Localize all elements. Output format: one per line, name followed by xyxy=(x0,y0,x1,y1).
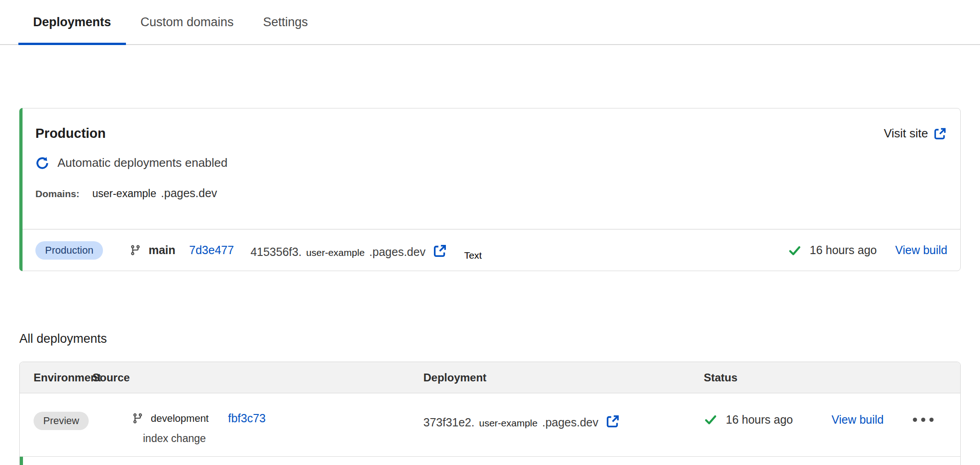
table-row: Preview development fbf3c73 index change… xyxy=(20,393,960,457)
domain-name: user-example xyxy=(92,187,156,200)
commit-message: index change xyxy=(143,432,423,445)
deployment-url-suffix: .pages.dev xyxy=(369,245,425,259)
deployment-time: 16 hours ago xyxy=(810,244,877,257)
domains-label: Domains: xyxy=(35,188,80,199)
deployment-url-suffix: .pages.dev xyxy=(542,416,598,429)
column-header-status: Status xyxy=(704,371,960,384)
note-text: Text xyxy=(464,250,482,261)
deployment-time: 16 hours ago xyxy=(726,413,793,426)
view-build-link[interactable]: View build xyxy=(895,244,947,257)
commit-link[interactable]: fbf3c73 xyxy=(228,412,266,425)
deployment-url-prefix: 415356f3. xyxy=(251,245,302,259)
production-deployment-row: Production main 7d3e477 415356f3. user-e… xyxy=(20,230,960,271)
view-build-link[interactable]: View build xyxy=(832,413,884,426)
production-accent-bar xyxy=(20,457,23,465)
column-header-source: Source xyxy=(92,371,423,384)
refresh-icon xyxy=(35,156,49,170)
visit-site-link[interactable]: Visit site xyxy=(884,126,946,141)
branch-name: development xyxy=(151,413,209,425)
tab-settings[interactable]: Settings xyxy=(248,0,323,44)
auto-deployments-text: Automatic deployments enabled xyxy=(57,156,228,170)
deployment-url-name: user-example xyxy=(306,247,365,258)
environment-badge: Production xyxy=(35,241,103,260)
deployment-url-name: user-example xyxy=(479,418,537,429)
environment-badge: Preview xyxy=(34,412,89,430)
commit-link[interactable]: 7d3e477 xyxy=(189,244,234,257)
column-header-deployment: Deployment xyxy=(423,371,704,384)
deployments-table: Environment Source Deployment Status Pre… xyxy=(19,362,961,465)
branch-name: main xyxy=(148,244,175,257)
external-link-icon[interactable] xyxy=(606,414,620,428)
domain-suffix: .pages.dev xyxy=(161,187,217,200)
visit-site-label: Visit site xyxy=(884,126,928,141)
all-deployments-heading: All deployments xyxy=(19,332,107,346)
column-header-environment: Environment xyxy=(34,371,92,384)
tab-deployments[interactable]: Deployments xyxy=(18,0,126,44)
next-table-row-partial xyxy=(20,457,960,465)
tab-custom-domains[interactable]: Custom domains xyxy=(126,0,249,44)
row-options-menu-button[interactable] xyxy=(913,418,934,422)
external-link-icon[interactable] xyxy=(433,244,447,258)
git-branch-icon xyxy=(132,412,143,425)
tab-bar: Deployments Custom domains Settings xyxy=(0,0,980,45)
deployment-url-prefix: 373f31e2. xyxy=(423,416,474,429)
success-check-icon xyxy=(788,244,802,257)
git-branch-icon xyxy=(130,244,141,256)
external-link-icon xyxy=(934,127,946,140)
table-header-row: Environment Source Deployment Status xyxy=(20,362,960,393)
success-check-icon xyxy=(704,413,718,426)
production-card-title: Production xyxy=(35,126,106,141)
production-card: Production Visit site Automatic deployme… xyxy=(19,108,961,271)
